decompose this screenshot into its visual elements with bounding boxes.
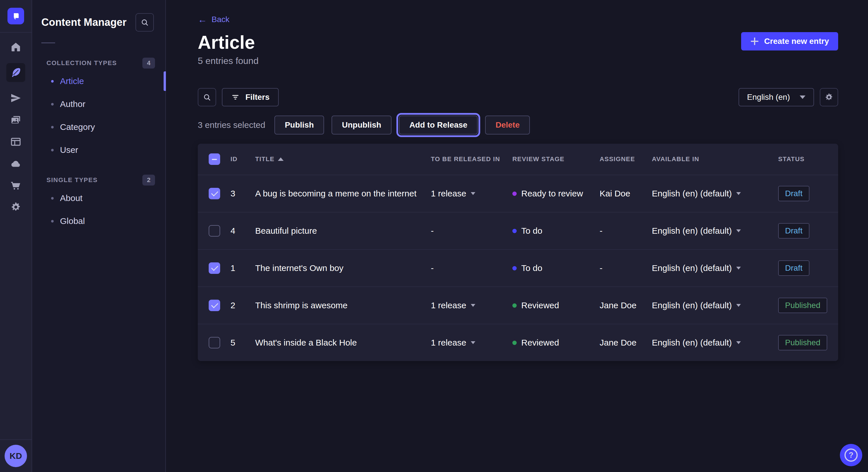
locale-cell[interactable]: English (en) (default) (652, 263, 778, 273)
section-header: SINGLE TYPES2 (32, 175, 165, 186)
locale-select[interactable]: English (en) (739, 88, 814, 106)
unpublish-button[interactable]: Unpublish (332, 115, 392, 134)
active-indicator (164, 71, 166, 91)
assignee-cell: Jane Doe (600, 338, 652, 347)
status-cell: Published (778, 335, 827, 350)
sidebar-item-category[interactable]: Category (32, 117, 165, 137)
title-block: Article 5 entries found (198, 32, 259, 66)
row-checkbox[interactable] (209, 262, 220, 274)
search-button[interactable] (135, 13, 154, 32)
row-checkbox[interactable] (209, 300, 220, 311)
column-header-review-stage[interactable]: REVIEW STAGE (513, 156, 600, 163)
release-cell[interactable]: 1 release (431, 189, 513, 198)
search-icon (203, 93, 211, 102)
chevron-down-icon (736, 229, 741, 232)
column-label: ASSIGNEE (600, 156, 635, 163)
bullet-icon (51, 197, 54, 200)
rail-icon-list (6, 33, 25, 213)
add-to-release-button[interactable]: Add to Release (399, 115, 477, 134)
sidebar-item-article[interactable]: Article (32, 71, 165, 92)
sidebar-item-global[interactable]: Global (32, 211, 165, 231)
chevron-down-icon (471, 341, 475, 344)
table-row[interactable]: 5What's inside a Black Hole1 releaseRevi… (198, 324, 838, 361)
filters-button[interactable]: Filters (222, 88, 279, 106)
content-type-builder-icon[interactable] (10, 136, 22, 147)
status-cell: Draft (778, 260, 827, 276)
locale-value: English (en) (default) (652, 301, 732, 310)
settings-button[interactable] (820, 88, 838, 106)
column-header-title[interactable]: TITLE (255, 156, 431, 163)
id-cell: 3 (230, 189, 255, 198)
table-row[interactable]: 4Beautiful picture-To do-English (en) (d… (198, 212, 838, 249)
row-checkbox-cell (209, 300, 230, 311)
marketplace-icon[interactable] (10, 179, 22, 191)
settings-icon[interactable] (10, 201, 22, 213)
locale-cell[interactable]: English (en) (default) (652, 189, 778, 198)
stage-dot-icon (513, 192, 517, 196)
table-header-row: IDTITLETO BE RELEASED INREVIEW STAGEASSI… (198, 144, 838, 175)
select-all-checkbox[interactable] (209, 154, 220, 165)
column-header-status[interactable]: STATUS (778, 156, 827, 163)
sidebar-item-user[interactable]: User (32, 140, 165, 160)
releases-icon[interactable] (10, 92, 22, 104)
locale-cell[interactable]: English (en) (default) (652, 226, 778, 236)
release-cell[interactable]: 1 release (431, 301, 513, 310)
content-manager-icon[interactable] (6, 63, 25, 82)
stage-label: To do (521, 226, 542, 236)
status-badge: Draft (778, 186, 809, 201)
release-cell[interactable]: - (431, 263, 513, 273)
back-label: Back (212, 15, 229, 24)
bullet-icon (51, 126, 54, 129)
table-row[interactable]: 2This shrimp is awesome1 releaseReviewed… (198, 286, 838, 324)
locale-cell[interactable]: English (en) (default) (652, 301, 778, 310)
media-library-icon[interactable] (10, 114, 22, 126)
back-link[interactable]: ← Back (198, 15, 229, 24)
locale-value: English (en) (default) (652, 189, 732, 198)
selection-actions: 3 entries selected Publish Unpublish Add… (198, 115, 838, 134)
row-checkbox[interactable] (209, 225, 220, 237)
locale-value: English (en) (default) (652, 263, 732, 273)
stage-label: Ready to review (521, 189, 583, 198)
stage-dot-icon (513, 303, 517, 308)
chevron-down-icon (471, 304, 475, 307)
create-entry-label: Create new entry (764, 37, 829, 46)
search-entries-button[interactable] (198, 88, 216, 106)
column-header-assignee[interactable]: ASSIGNEE (600, 156, 652, 163)
row-checkbox-cell (209, 337, 230, 348)
create-entry-button[interactable]: Create new entry (741, 32, 838, 50)
release-cell[interactable]: 1 release (431, 338, 513, 347)
title-cell: The internet's Own boy (255, 263, 431, 273)
home-icon[interactable] (10, 41, 22, 53)
locale-value: English (en) (default) (652, 226, 732, 236)
locale-value: English (en) (747, 93, 790, 102)
column-header-available-in[interactable]: AVAILABLE IN (652, 156, 778, 163)
row-checkbox-cell (209, 225, 230, 237)
stage-dot-icon (513, 229, 517, 233)
stage-label: To do (521, 263, 542, 273)
release-value: 1 release (431, 301, 466, 310)
gear-icon (825, 93, 834, 102)
delete-button[interactable]: Delete (485, 115, 530, 134)
column-header-to-be-released-in[interactable]: TO BE RELEASED IN (431, 156, 513, 163)
publish-button[interactable]: Publish (274, 115, 324, 134)
rail-footer: KD (0, 439, 32, 472)
table-row[interactable]: 1The internet's Own boy-To do-English (e… (198, 249, 838, 286)
subnav-title: Content Manager (41, 16, 127, 28)
row-checkbox[interactable] (209, 337, 220, 348)
row-checkbox[interactable] (209, 188, 220, 199)
page-title: Article (198, 32, 259, 53)
help-button[interactable]: ? (840, 444, 862, 466)
sidebar-item-author[interactable]: Author (32, 94, 165, 114)
status-badge: Published (778, 335, 827, 350)
strapi-logo[interactable] (7, 8, 24, 24)
sidebar-item-about[interactable]: About (32, 188, 165, 208)
avatar[interactable]: KD (5, 445, 27, 467)
column-header-id[interactable]: ID (230, 156, 255, 163)
chevron-down-icon (736, 341, 741, 344)
table-row[interactable]: 3A bug is becoming a meme on the interne… (198, 175, 838, 212)
release-cell[interactable]: - (431, 226, 513, 236)
release-value: - (431, 226, 434, 236)
locale-cell[interactable]: English (en) (default) (652, 338, 778, 347)
deploy-icon[interactable] (10, 158, 22, 169)
column-label: STATUS (778, 156, 805, 163)
